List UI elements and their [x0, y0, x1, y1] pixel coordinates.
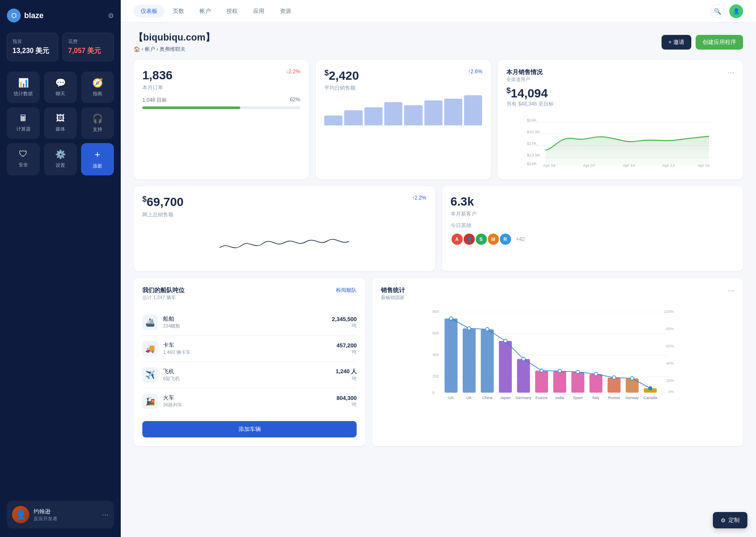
avg-sale-badge: ↑2.6% — [468, 69, 482, 75]
nav-item-chat[interactable]: 💬 聊天 — [44, 72, 77, 103]
fleet-truck-name: 卡车 — [163, 341, 191, 349]
monthly-more-btn[interactable]: ⋯ — [728, 69, 734, 77]
nav-item-stats[interactable]: 📊 统计数据 — [7, 72, 40, 103]
svg-text:$17K: $17K — [527, 141, 537, 146]
budget-label: 预算 — [13, 38, 53, 45]
fleet-item-truck: 🚚 卡车 1,460 辆卡车 457,200 吨 — [142, 336, 357, 362]
svg-text:France: France — [536, 396, 548, 400]
nav-item-calculator[interactable]: 🖩 计算器 — [7, 107, 40, 139]
fleet-ship-val: 2,345,500 — [332, 316, 357, 322]
svg-text:Apr 16: Apr 16 — [697, 163, 710, 168]
monthly-sales-title-wrap: 本月销售情况 全渠道用户 — [506, 69, 543, 83]
bar-Russia — [608, 378, 621, 393]
tab-accounts[interactable]: 帐户 — [193, 5, 218, 18]
nav-item-add[interactable]: + 添新 — [81, 143, 114, 175]
search-button[interactable]: 🔍 — [710, 4, 724, 18]
total-sales-badge: ↑2.2% — [412, 195, 426, 201]
svg-point-30 — [449, 317, 453, 320]
tab-resources[interactable]: 资源 — [273, 5, 298, 18]
fleet-train-info: 火车 36路列车 — [163, 394, 182, 408]
target-pct: 62% — [290, 97, 300, 104]
nav-item-guide[interactable]: 🧭 指南 — [81, 72, 114, 103]
svg-text:60%: 60% — [666, 344, 674, 348]
sidebar-user: 👤 约翰逊 反应开发者 ⋯ — [7, 501, 114, 528]
svg-text:$20.5K: $20.5K — [527, 129, 540, 134]
customize-icon: ⚙ — [721, 517, 726, 524]
hero-avatar-r: R — [499, 233, 512, 246]
fleet-link[interactable]: 检阅舰队 — [336, 287, 357, 294]
bar-Germany — [517, 359, 530, 393]
svg-text:0%: 0% — [668, 390, 674, 394]
media-icon: 🖼 — [56, 113, 65, 123]
monthly-sales-sub: 全渠道用户 — [506, 76, 543, 83]
svg-point-41 — [649, 387, 652, 390]
sales-chart-title: 销售统计 — [381, 287, 405, 294]
nav-label-guide: 指南 — [93, 91, 102, 97]
svg-text:Russia: Russia — [608, 396, 620, 400]
progress-bar-track — [142, 106, 300, 109]
nav-item-settings[interactable]: ⚙️ 设置 — [44, 143, 77, 175]
svg-text:Germany: Germany — [516, 396, 532, 400]
fleet-sub: 总计 1,247 辆车 — [142, 294, 185, 301]
fleet-item-plane: ✈️ 飞机 8架飞机 1,240 人 吨 — [142, 362, 357, 388]
svg-text:20%: 20% — [666, 378, 674, 383]
svg-point-33 — [504, 339, 507, 343]
fleet-ship-name: 船舶 — [163, 315, 180, 323]
add-vehicle-button[interactable]: 添加车辆 — [142, 421, 357, 437]
new-customers-top: 6.3k 本月新客户 — [451, 195, 735, 218]
chat-icon: 💬 — [55, 78, 66, 88]
svg-text:Japan: Japan — [500, 396, 511, 400]
nav-label-security: 安全 — [19, 162, 28, 168]
hero-avatar-j: 👤 — [463, 233, 476, 246]
orders-top: 1,836 本月订单 ↓2.2% — [142, 69, 300, 91]
bar-1 — [324, 116, 342, 125]
page-header: 【biqubiqu.com】 🏠 › 帐户 › 奥弗维耶夫 + 邀请 创建应用程… — [134, 31, 743, 53]
user-avatar-top[interactable]: 👤 — [729, 4, 743, 18]
heroes-section: 今日英雄 A 👤 S M R +42 — [451, 222, 735, 246]
bar-5 — [404, 105, 422, 125]
fleet-item-train: 🚂 火车 36路列车 804,300 吨 — [142, 388, 357, 414]
topnav: 仪表板 页数 帐户 授权 应用 资源 🔍 👤 — [121, 0, 756, 22]
tab-pages[interactable]: 页数 — [166, 5, 191, 18]
fleet-truck-info: 卡车 1,460 辆卡车 — [163, 341, 191, 356]
avg-sale-currency: $ — [324, 69, 329, 77]
orders-card: 1,836 本月订单 ↓2.2% 1,048 目标 62% — [134, 60, 309, 179]
sidebar-settings-icon[interactable]: ⚙ — [108, 12, 114, 20]
nav-label-support: 支持 — [93, 126, 102, 133]
tab-auth[interactable]: 授权 — [220, 5, 245, 18]
orders-badge: ↓2.2% — [286, 69, 300, 75]
fleet-title: 我们的船队吨位 — [142, 287, 185, 294]
create-app-button[interactable]: 创建应用程序 — [696, 35, 743, 50]
sales-chart-more-btn[interactable]: ⋯ — [728, 287, 734, 295]
tab-dashboard[interactable]: 仪表板 — [134, 5, 164, 18]
breadcrumb: 🏠 › 帐户 › 奥弗维耶夫 — [134, 46, 215, 53]
nav-label-add: 添新 — [93, 163, 102, 169]
hero-avatar-m: M — [487, 233, 500, 246]
svg-text:200: 200 — [433, 374, 439, 378]
nav-item-security[interactable]: 🛡 安全 — [7, 143, 40, 175]
nav-item-media[interactable]: 🖼 媒体 — [44, 107, 77, 139]
bar-Italy — [590, 374, 602, 393]
heroes-label: 今日英雄 — [451, 222, 735, 229]
invite-button[interactable]: + 邀请 — [662, 35, 691, 50]
progress-label: 1,048 目标 62% — [142, 97, 300, 104]
total-currency: $ — [142, 195, 147, 203]
fleet-ship-info: 船舶 234艘船 — [163, 315, 180, 329]
main-area: 仪表板 页数 帐户 授权 应用 资源 🔍 👤 【biqubiqu.com】 🏠 … — [121, 0, 756, 537]
svg-point-32 — [486, 328, 489, 331]
sales-chart-sub: 最畅销国家 — [381, 294, 405, 301]
tab-apps[interactable]: 应用 — [246, 5, 271, 18]
customize-button[interactable]: ⚙ 定制 — [713, 512, 747, 528]
user-more-btn[interactable]: ⋯ — [102, 511, 109, 519]
fleet-train-name: 火车 — [163, 394, 182, 402]
nav-item-support[interactable]: 🎧 支持 — [81, 107, 114, 139]
sales-chart-card: 销售统计 最畅销国家 ⋯ 100% 80% 60% 40% 20% 0% — [372, 278, 743, 446]
sales-chart-header: 销售统计 最畅销国家 ⋯ — [381, 287, 734, 306]
fleet-plane-amount: 1,240 人 吨 — [336, 368, 357, 382]
fleet-plane-name: 飞机 — [163, 368, 180, 375]
fleet-ship-amount: 2,345,500 吨 — [332, 316, 357, 329]
svg-text:400: 400 — [433, 353, 439, 357]
calculator-icon: 🖩 — [19, 113, 28, 123]
svg-point-35 — [540, 369, 543, 372]
svg-text:Italy: Italy — [593, 396, 600, 400]
